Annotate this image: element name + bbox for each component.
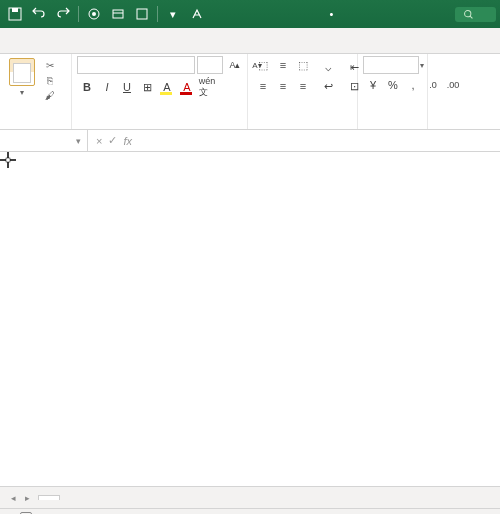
font-size-select[interactable] [197, 56, 223, 74]
currency-icon[interactable]: ¥ [363, 76, 383, 94]
redo-icon[interactable] [52, 3, 74, 25]
number-format-select[interactable] [363, 56, 419, 74]
svg-rect-4 [113, 10, 123, 18]
qat-icon-4[interactable]: ▾ [162, 3, 184, 25]
wrap-text-icon[interactable]: ↩ [318, 77, 338, 95]
align-middle-icon[interactable]: ≡ [273, 56, 293, 74]
align-bottom-icon[interactable]: ⬚ [293, 56, 313, 74]
copy-icon[interactable]: ⎘ [42, 73, 58, 87]
increase-font-icon[interactable]: A▴ [225, 56, 245, 74]
save-icon[interactable] [4, 3, 26, 25]
phonetic-button[interactable]: wén文 [197, 78, 217, 96]
title-bar: ▾ • [0, 0, 500, 28]
qat-icon-3[interactable] [131, 3, 153, 25]
fill-color-button[interactable]: A [157, 78, 177, 96]
svg-rect-1 [12, 8, 18, 12]
align-center-icon[interactable]: ≡ [273, 77, 293, 95]
inc-decimal-icon[interactable]: .0 [423, 76, 443, 94]
add-sheet-button[interactable] [64, 489, 82, 507]
underline-button[interactable]: U [117, 78, 137, 96]
search-box[interactable] [455, 7, 496, 22]
dec-decimal-icon[interactable]: .00 [443, 76, 463, 94]
svg-line-8 [470, 16, 472, 18]
cut-icon[interactable]: ✂ [42, 58, 58, 72]
sheet-nav[interactable]: ◂▸ [6, 493, 34, 503]
undo-icon[interactable] [28, 3, 50, 25]
format-painter-icon[interactable]: 🖌 [42, 88, 58, 102]
font-color-button[interactable]: A [177, 78, 197, 96]
bold-button[interactable]: B [77, 78, 97, 96]
percent-icon[interactable]: % [383, 76, 403, 94]
enter-fx-icon[interactable]: ✓ [108, 134, 117, 147]
paste-button[interactable]: ▾ [5, 56, 39, 99]
window-title: • [210, 8, 453, 20]
comma-icon[interactable]: , [403, 76, 423, 94]
status-bar [0, 508, 500, 514]
qat-icon-5[interactable] [186, 3, 208, 25]
orientation-icon[interactable]: ⌵ [318, 58, 338, 76]
align-left-icon[interactable]: ≡ [253, 77, 273, 95]
paste-icon [9, 58, 35, 86]
svg-rect-9 [6, 158, 10, 162]
name-box[interactable]: ▾ [0, 130, 88, 151]
svg-point-7 [465, 10, 471, 16]
cancel-fx-icon[interactable]: × [96, 135, 102, 147]
fx-icon[interactable]: fx [123, 135, 132, 147]
sheet-tab[interactable] [38, 495, 60, 500]
align-top-icon[interactable]: ⬚ [253, 56, 273, 74]
align-right-icon[interactable]: ≡ [293, 77, 313, 95]
ribbon-tabs [0, 28, 500, 54]
italic-button[interactable]: I [97, 78, 117, 96]
border-button[interactable]: ⊞ [137, 78, 157, 96]
font-name-select[interactable] [77, 56, 195, 74]
svg-rect-6 [137, 9, 147, 19]
sheet-tabs-bar: ◂▸ [0, 486, 500, 508]
ribbon: ▾ ✂ ⎘ 🖌 A▴ A▾ B I U ⊞ A A [0, 54, 500, 130]
qat-icon-2[interactable] [107, 3, 129, 25]
qat-icon-1[interactable] [83, 3, 105, 25]
formula-bar: ▾ × ✓ fx [0, 130, 500, 152]
spreadsheet-grid[interactable] [0, 152, 500, 486]
svg-point-3 [92, 12, 96, 16]
cell-cursor-icon [0, 152, 16, 168]
